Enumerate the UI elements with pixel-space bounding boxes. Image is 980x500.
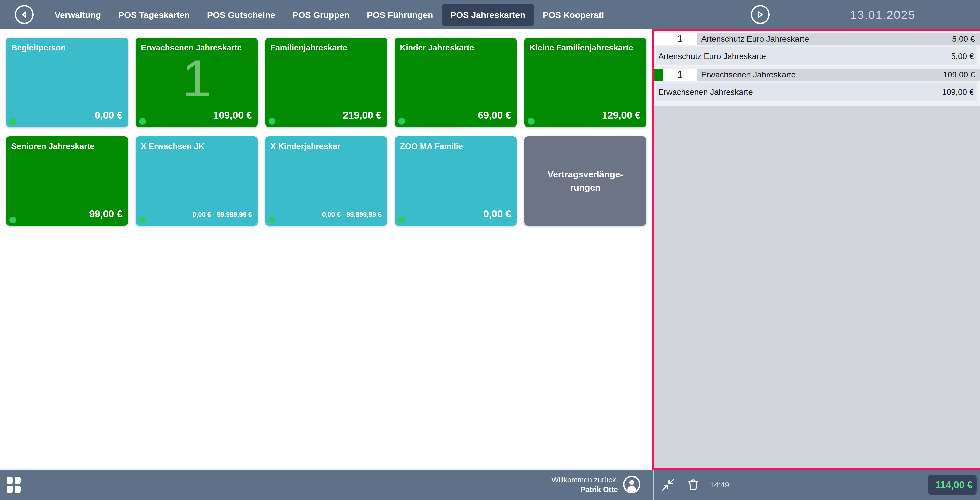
product-tile-x-erwachsen-jk[interactable]: X Erwachsen JK 0,00 € - 99.999,99 € [136,136,258,226]
cart-panel: 1 Artenschutz Euro Jahreskarte 5,00 € Ar… [652,29,980,470]
circle-arrow-right-icon [755,10,765,20]
availability-dot-icon [10,217,16,223]
tile-price-range: 0,00 € - 99.999,99 € [192,211,252,218]
availability-dot-icon [528,118,535,125]
tab-pos-tageskarten[interactable]: POS Tageskarten [110,3,198,26]
circle-arrow-left-icon [19,10,29,20]
grid-icon [14,486,21,493]
tab-pos-gutscheine[interactable]: POS Gutscheine [198,3,284,26]
tile-title: Kleine Familienjahreskarte [530,42,641,53]
avatar-icon[interactable] [622,475,641,495]
welcome-text: Willkommen zurück, Patrik Otte [552,475,618,494]
tile-price: 69,00 € [478,110,511,121]
cart-item-qty-row[interactable]: 1 Artenschutz Euro Jahreskarte 5,00 € [654,33,980,45]
tile-price: 0,00 € [484,209,511,220]
product-tile-zoo-ma-familie[interactable]: ZOO MA Familie 0,00 € [395,136,517,226]
product-tile-familienjahreskarte[interactable]: Familienjahreskarte 219,00 € [265,38,387,127]
product-tile-kleine-familienjahreskarte[interactable]: Kleine Familienjahreskarte 129,00 € [524,38,646,127]
availability-dot-icon [139,217,146,223]
cart-total-button[interactable]: 114,00 € [928,475,977,495]
grid-icon [14,477,21,484]
cart-item-name: Erwachsenen Jahreskarte [701,70,796,80]
nav-forward-button[interactable] [751,5,770,24]
product-tile-x-kinderjahreskarte[interactable]: X Kinderjahreskar 0,00 € - 99.999,99 € [265,136,387,226]
cart-item-name: Artenschutz Euro Jahreskarte [658,52,766,61]
tile-title: ZOO MA Familie [400,141,512,152]
tile-price: 0,00 € [95,110,123,121]
cart-item-price: 5,00 € [952,34,975,44]
user-name: Patrik Otte [552,485,618,495]
product-tile-vertragsverlaengerungen[interactable]: Vertragsverlänge- rungen [524,136,646,226]
collapse-arrows-icon [661,489,676,493]
user-welcome: Willkommen zurück, Patrik Otte [521,470,641,500]
tab-pos-gruppen[interactable]: POS Gruppen [284,3,358,26]
apps-menu-button[interactable] [6,477,21,493]
bottom-bar-divider [653,470,654,500]
tile-price-range: 0,00 € - 99.999,99 € [322,211,382,218]
cart-item-qty-row[interactable]: 1 Erwachsenen Jahreskarte 109,00 € [654,68,980,81]
tile-price: 129,00 € [602,110,641,121]
collapse-cart-button[interactable] [661,477,676,493]
tile-title: X Kinderjahreskar [270,141,382,152]
tab-pos-fuehrungen[interactable]: POS Führungen [358,3,442,26]
cart-item-color-swatch [654,68,663,81]
tab-pos-jahreskarten[interactable]: POS Jahreskarten [442,3,534,26]
product-tile-kinder-jahreskarte[interactable]: Kinder Jahreskarte 69,00 € [395,38,517,127]
tab-pos-kooperationen[interactable]: POS Kooperati [534,3,612,26]
cart-item-price: 5,00 € [951,52,974,61]
tile-price: 99,00 € [89,209,123,220]
product-tile-grid: Begleitperson 0,00 € Erwachsenen Jahresk… [6,38,646,226]
tile-title: Kinder Jahreskarte [400,42,512,53]
cart-item-detail-row[interactable]: Erwachsenen Jahreskarte 109,00 € [655,83,978,102]
product-tile-erwachsenen-jahreskarte[interactable]: Erwachsenen Jahreskarte 1 109,00 € [136,38,258,127]
cart-item-quantity[interactable]: 1 [663,33,697,45]
cart-item-price: 109,00 € [942,88,974,97]
product-tile-begleitperson[interactable]: Begleitperson 0,00 € [6,38,128,127]
availability-dot-icon [139,118,146,125]
grid-icon [6,477,13,484]
nav-tabs: Verwaltung POS Tageskarten POS Gutschein… [46,0,743,29]
tile-title: X Erwachsen JK [141,141,253,152]
tile-title: Familienjahreskarte [270,42,382,53]
cart-item-quantity[interactable]: 1 [663,68,697,81]
bottom-bar: Willkommen zurück, Patrik Otte [0,470,980,500]
tile-title: Begleitperson [11,42,123,53]
grid-icon [6,486,13,493]
tile-title: Senioren Jahreskarte [11,141,123,152]
tile-price: 219,00 € [343,110,382,121]
nav-back-button[interactable] [15,5,34,24]
cart-item-price: 109,00 € [943,70,975,80]
availability-dot-icon [398,118,405,125]
tab-verwaltung[interactable]: Verwaltung [46,3,110,26]
trash-icon [686,488,700,492]
pos-app-window: Verwaltung POS Tageskarten POS Gutschein… [0,0,980,500]
availability-dot-icon [269,217,275,223]
cart-item-name: Artenschutz Euro Jahreskarte [701,34,809,44]
product-tile-senioren-jahreskarte[interactable]: Senioren Jahreskarte 99,00 € [6,136,128,226]
availability-dot-icon [398,217,405,223]
cart-item-name: Erwachsenen Jahreskarte [658,88,753,97]
current-date: 13.01.2025 [785,0,980,29]
tile-quantity-badge: 1 [182,52,211,104]
cart-rows: 1 Artenschutz Euro Jahreskarte 5,00 € Ar… [654,32,980,106]
cart-item-detail-row[interactable]: Artenschutz Euro Jahreskarte 5,00 € [655,47,978,66]
clock: 14:49 [710,470,729,500]
availability-dot-icon [10,118,16,125]
tile-price: 109,00 € [213,110,252,121]
clear-cart-button[interactable] [686,478,700,493]
cart-total-amount: 114,00 € [935,479,973,490]
content-bottom-edge [0,468,652,470]
cart-item-color-swatch [654,33,663,45]
tile-title: Vertragsverlänge- rungen [547,168,623,194]
top-nav-bar: Verwaltung POS Tageskarten POS Gutschein… [0,0,980,29]
availability-dot-icon [269,118,275,125]
